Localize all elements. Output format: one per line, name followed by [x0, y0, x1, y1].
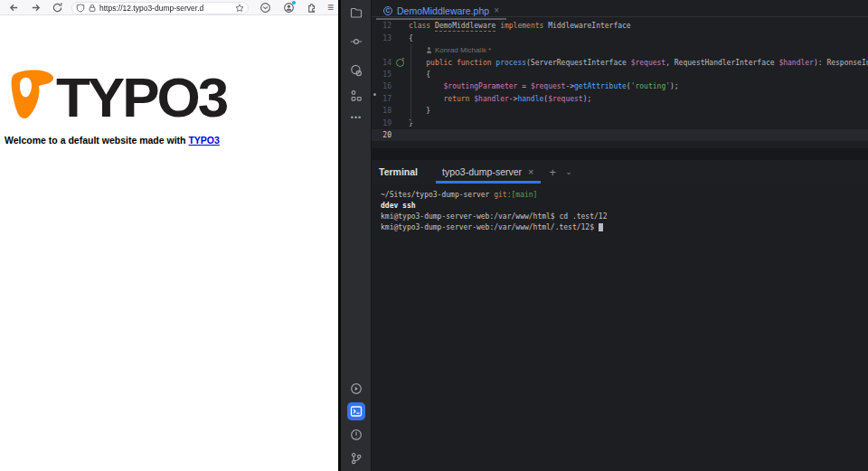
terminal-header: Terminal typo3-dump-server × + ⌄ — [372, 160, 868, 184]
gutter-slot — [393, 129, 409, 141]
pull-requests-icon[interactable]: ? — [350, 64, 363, 77]
code-token — [409, 82, 444, 90]
panel-splitter[interactable] — [372, 148, 868, 160]
code-line: 12class DemoMiddleware implements Middle… — [372, 20, 868, 32]
menu-icon[interactable]: ≡ — [325, 2, 336, 14]
code-token: MiddlewareInterface — [543, 22, 630, 30]
gutter-slot — [393, 44, 409, 56]
extensions-icon[interactable] — [306, 2, 317, 14]
editor-area: C DemoMiddleware.php × 12class DemoMiddl… — [372, 0, 868, 471]
gutter-slot — [393, 69, 409, 80]
line-number: 19 — [372, 119, 393, 127]
terminal-tab[interactable]: typo3-dump-server × — [436, 160, 541, 184]
indent-guide — [410, 44, 411, 123]
new-terminal-icon[interactable]: + — [550, 167, 557, 177]
terminal-token: ddev ssh — [381, 202, 416, 210]
tracking-shield-icon[interactable] — [76, 4, 85, 13]
terminal-token: kmi@typo3-dump-server-web:/var/www/html/… — [381, 223, 599, 231]
code-author-hint: Konrad Michalik * — [372, 44, 868, 56]
code-token: -> — [565, 82, 574, 90]
problems-icon[interactable] — [350, 429, 363, 441]
typo3-link[interactable]: TYPO3 — [188, 135, 219, 146]
editor-tab-title[interactable]: DemoMiddleware.php — [397, 5, 489, 16]
url-bar[interactable]: https://12.typo3-dump-server.d — [71, 2, 249, 14]
terminal-token: kmi@typo3-dump-server-web:/var/www/html$… — [381, 212, 607, 221]
code-line: 13{ — [372, 32, 868, 43]
welcome-text: Welcome to a default website made with T… — [5, 135, 220, 146]
editor-tab-bar: C DemoMiddleware.php × — [372, 0, 868, 17]
bookmark-star-icon[interactable] — [235, 4, 244, 13]
code-line: 15 { — [372, 69, 868, 80]
terminal-line: kmi@typo3-dump-server-web:/var/www/html/… — [381, 222, 868, 233]
code-token: (ServerRequestInterface — [526, 59, 631, 67]
code-text: return $handler->handle($request); — [409, 95, 591, 103]
code-token: $request — [531, 82, 566, 90]
typo3-wordmark: TYPO3 — [56, 71, 226, 124]
terminal-line: kmi@typo3-dump-server-web:/var/www/html$… — [381, 212, 868, 222]
code-text: class DemoMiddleware implements Middlewa… — [409, 22, 631, 30]
tab-close-icon[interactable]: × — [494, 6, 499, 15]
code-text: $routingParameter = $request->getAttribu… — [409, 82, 679, 90]
back-icon[interactable] — [8, 2, 20, 14]
code-line: 18 } — [372, 105, 868, 117]
code-line: 19} — [372, 118, 868, 129]
account-notification-dot — [292, 1, 296, 5]
git-branch-icon[interactable] — [350, 452, 363, 465]
more-tool-windows-icon[interactable]: ••• — [350, 111, 363, 124]
terminal-panel-label[interactable]: Terminal — [379, 166, 418, 177]
code-token: } — [409, 107, 430, 115]
code-editor[interactable]: 12class DemoMiddleware implements Middle… — [372, 17, 868, 148]
code-token: $routingParameter — [444, 82, 518, 90]
line-number: 20 — [372, 131, 393, 139]
code-token: ): ResponseInte — [814, 59, 868, 67]
terminal-dropdown-icon[interactable]: ⌄ — [565, 167, 572, 177]
terminal-tab-close-icon[interactable]: × — [528, 167, 533, 177]
terminal-token: git: — [494, 191, 511, 199]
code-token: { — [409, 34, 413, 42]
code-token: 'routing' — [631, 82, 670, 90]
terminal-line: ddev ssh — [381, 201, 868, 212]
code-token: $request — [548, 95, 583, 103]
lock-icon[interactable] — [88, 4, 97, 13]
ide-window: ? ••• C DemoMiddleware.p — [338, 0, 868, 471]
code-token — [409, 95, 444, 103]
code-text: { — [409, 34, 413, 42]
terminal-tab-label[interactable]: typo3-dump-server — [442, 166, 522, 177]
pocket-icon[interactable] — [259, 2, 271, 14]
terminal-token: ~/Sites/typo3-dump-server — [381, 191, 494, 199]
gutter-slot — [393, 118, 409, 129]
project-folder-icon[interactable] — [350, 6, 363, 19]
account-icon[interactable] — [283, 2, 295, 14]
terminal-line: ~/Sites/typo3-dump-server git:[main] — [381, 190, 868, 201]
code-text: public function process(ServerRequestInt… — [409, 59, 868, 67]
structure-icon[interactable] — [350, 89, 363, 102]
implements-gutter-icon[interactable] — [393, 56, 409, 68]
code-token: handle — [517, 95, 543, 103]
commit-icon[interactable] — [350, 35, 363, 48]
gutter-slot — [393, 105, 409, 117]
forward-icon[interactable] — [30, 2, 42, 14]
reload-icon[interactable] — [52, 2, 63, 14]
url-text[interactable]: https://12.typo3-dump-server.d — [99, 4, 232, 13]
code-token: ); — [670, 82, 679, 90]
gutter-slot — [393, 93, 409, 105]
code-token: , RequestHandlerInterface — [665, 59, 778, 67]
line-number: 13 — [372, 34, 393, 42]
code-token: = — [517, 82, 530, 90]
code-token: DemoMiddleware — [435, 22, 495, 32]
code-token: ); — [583, 95, 592, 103]
run-icon[interactable] — [350, 382, 363, 395]
code-token: $handler — [474, 95, 509, 103]
terminal-tool-icon[interactable] — [347, 402, 365, 420]
php-class-icon: C — [383, 6, 392, 15]
code-text: { — [409, 71, 430, 79]
line-number: 14 — [372, 59, 393, 67]
code-text: Konrad Michalik * — [409, 46, 491, 54]
code-token: implements — [500, 22, 543, 30]
author-icon — [426, 47, 432, 53]
screen: https://12.typo3-dump-server.d ≡ — [0, 0, 868, 471]
welcome-prefix: Welcome to a default website made with — [5, 135, 188, 146]
terminal-cursor — [599, 223, 603, 231]
terminal-token: [main] — [512, 191, 538, 199]
terminal-output[interactable]: ~/Sites/typo3-dump-server git:[main]ddev… — [372, 184, 868, 471]
